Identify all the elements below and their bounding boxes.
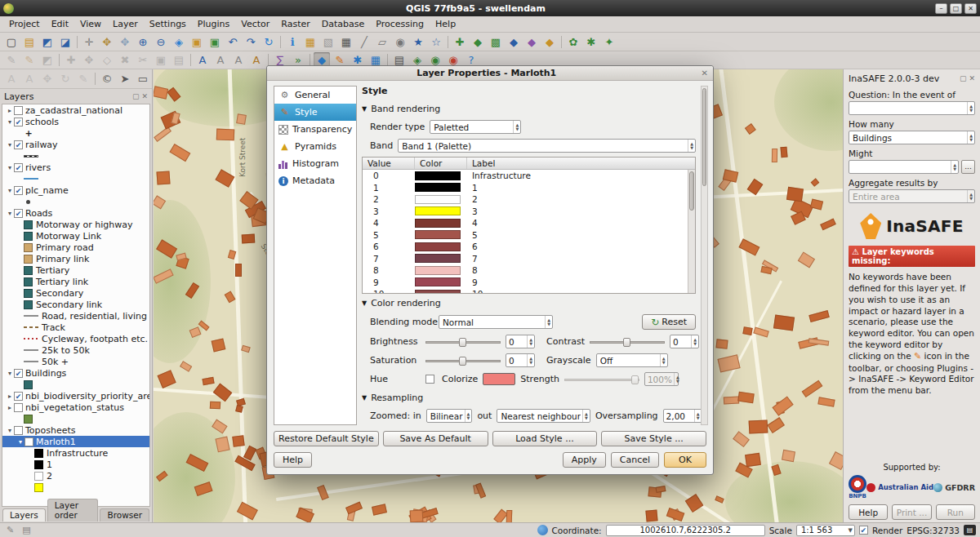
select-features-icon[interactable]: ▦ — [302, 34, 318, 50]
current-edits-icon[interactable]: ✎ — [3, 52, 20, 68]
dock-float-icon[interactable]: ▢ — [960, 74, 967, 82]
layer-item-nbi-vegetation-status[interactable]: ▸nbi_vegetation_status — [2, 402, 149, 413]
add-raster-layer-icon[interactable]: ▩ — [488, 34, 504, 50]
layer-item-tertiary-link[interactable]: Tertiary link — [2, 276, 149, 287]
layer-checkbox[interactable]: ✔ — [14, 118, 23, 126]
palette-row-8[interactable]: 88 — [363, 264, 695, 277]
palette-color-swatch[interactable] — [415, 230, 461, 239]
inasafe-print-button[interactable]: Print ... — [892, 504, 931, 520]
palette-row-2[interactable]: 22 — [363, 193, 695, 206]
touch-zoom-pan-icon[interactable]: ✛ — [81, 34, 97, 50]
menu-help[interactable]: Help — [430, 17, 461, 31]
paste-features-icon[interactable]: ▤ — [171, 52, 187, 68]
oversampling-spin[interactable]: 2,00▲▼ — [663, 409, 702, 423]
rotate-label-tool-icon[interactable]: ↻ — [57, 71, 74, 87]
processing-toolbox-icon[interactable]: ✦ — [601, 34, 617, 50]
brightness-spin[interactable]: 0▲▼ — [506, 335, 535, 348]
layer-checkbox[interactable]: ✔ — [14, 140, 23, 149]
palette-scrollbar[interactable] — [688, 170, 695, 293]
palette-label[interactable]: 8 — [467, 265, 695, 275]
move-label-icon[interactable]: A — [212, 52, 229, 68]
expander-icon[interactable]: ▸ — [6, 404, 14, 411]
expander-icon[interactable]: ▾ — [6, 118, 14, 126]
add-wms-layer-icon[interactable]: ◆ — [523, 34, 540, 50]
zoom-in-resampler-select[interactable]: Bilinear▲▼ — [426, 409, 473, 423]
apply-button[interactable]: Apply — [563, 452, 606, 468]
delete-selected-icon[interactable]: ✖ — [117, 52, 133, 68]
dialog-title-bar[interactable]: Layer Properties - Marloth1 ✕ — [267, 66, 713, 81]
palette-color-swatch[interactable] — [415, 195, 461, 204]
contrast-spin[interactable]: 0▲▼ — [670, 335, 699, 348]
zoom-last-icon[interactable]: ↶ — [225, 34, 241, 50]
zoom-in-icon[interactable]: ⊕ — [135, 34, 151, 50]
epsg-label[interactable]: EPSG:32733 — [906, 526, 960, 535]
strength-slider[interactable] — [564, 374, 639, 385]
zoom-out-resampler-select[interactable]: Nearest neighbour▲▼ — [497, 409, 590, 423]
palette-label[interactable]: 1 — [467, 183, 695, 193]
menu-edit[interactable]: Edit — [46, 17, 74, 31]
hue-color-button[interactable] — [483, 373, 515, 385]
menu-processing[interactable]: Processing — [370, 17, 430, 31]
zoom-to-layer-icon[interactable]: ▣ — [207, 34, 223, 50]
palette-label[interactable]: 9 — [467, 277, 695, 287]
exposure-select[interactable]: Buildings▲▼ — [849, 131, 975, 144]
add-vector-layer-icon[interactable]: ◆ — [470, 34, 486, 50]
band-rendering-section[interactable]: ▼ Band rendering — [362, 104, 696, 114]
layer-item-motorway-link[interactable]: Motorway Link — [2, 230, 149, 242]
layer-checkbox[interactable]: ✔ — [14, 369, 23, 378]
map-tips-icon[interactable]: ◉ — [392, 34, 408, 50]
expander-icon[interactable]: ▾ — [6, 187, 14, 194]
menu-layer[interactable]: Layer — [107, 17, 144, 31]
layer-item-roads[interactable]: ▾✔Roads — [2, 207, 149, 219]
palette-label[interactable]: 7 — [467, 254, 695, 264]
expander-icon[interactable]: ▸ — [6, 393, 14, 400]
layer-item-road-residential-living-street[interactable]: Road, residential, living street, ... — [2, 310, 149, 322]
layer-checkbox[interactable] — [14, 106, 23, 115]
layer-item-secondary[interactable]: Secondary — [2, 287, 149, 299]
layer-item-railway[interactable]: ▾✔railway — [2, 139, 149, 150]
palette-label[interactable]: 3 — [467, 206, 695, 216]
grayscale-select[interactable]: Off▲▼ — [596, 353, 668, 367]
tab-layers[interactable]: Layers — [2, 508, 46, 521]
decoration-copyright-icon[interactable]: © — [99, 71, 115, 87]
saturation-slider[interactable] — [425, 355, 501, 366]
node-tool-icon[interactable]: ◇ — [99, 52, 115, 68]
decoration-north-arrow-icon[interactable]: ➤ — [117, 71, 133, 87]
measure-line-icon[interactable]: ╱ — [356, 34, 372, 50]
help-button[interactable]: Help — [274, 452, 312, 468]
layer-item-primary-road[interactable]: Primary road — [2, 242, 149, 253]
function-options-button[interactable]: ... — [961, 160, 975, 174]
function-select[interactable]: ▲▼ — [849, 160, 959, 174]
new-bookmark-icon[interactable]: ★ — [410, 34, 426, 50]
expander-icon[interactable]: ▾ — [16, 438, 24, 446]
menu-database[interactable]: Database — [316, 17, 371, 31]
load-style-button[interactable]: Load Style ... — [492, 431, 598, 446]
palette-row-9[interactable]: 99 — [363, 277, 695, 289]
properties-tab-style[interactable]: ✎Style — [274, 104, 356, 121]
layer-item-50k[interactable]: 50k + — [2, 356, 149, 367]
inasafe-run-button[interactable]: Run — [936, 504, 975, 520]
dock-close-icon[interactable]: ✕ — [141, 92, 148, 100]
render-checkbox[interactable]: ✔ — [859, 526, 868, 535]
palette-row-1[interactable]: 11 — [363, 182, 695, 194]
palette-row-7[interactable]: 77 — [363, 253, 695, 265]
pan-to-selection-icon[interactable]: ✥ — [117, 34, 133, 50]
palette-row-0[interactable]: 0Infrastructure — [363, 170, 695, 182]
palette-color-swatch[interactable] — [415, 206, 461, 215]
new-project-icon[interactable]: ▢ — [3, 34, 20, 50]
deselect-features-icon[interactable]: ▧ — [320, 34, 336, 50]
inasafe-help-button[interactable]: Help — [849, 504, 888, 520]
saturation-spin[interactable]: 0▲▼ — [506, 353, 535, 367]
colorize-checkbox[interactable] — [425, 375, 434, 384]
palette-label[interactable]: 2 — [467, 194, 695, 204]
layer-item-za-cadastral-national[interactable]: ▸za_cadastral_national — [2, 104, 149, 116]
layer-item-tertiary[interactable]: Tertiary — [2, 264, 149, 276]
scrollbar-thumb[interactable] — [702, 88, 706, 186]
layer-item-1[interactable]: 1 — [2, 459, 149, 470]
save-style-button[interactable]: Save Style ... — [601, 431, 706, 446]
refresh-map-icon[interactable]: ↻ — [261, 34, 277, 50]
menu-raster[interactable]: Raster — [275, 17, 315, 31]
layer-item-secondary-link[interactable]: Secondary link — [2, 299, 149, 310]
layer-checkbox[interactable]: ✔ — [14, 163, 23, 172]
palette-label[interactable]: 6 — [467, 242, 695, 251]
